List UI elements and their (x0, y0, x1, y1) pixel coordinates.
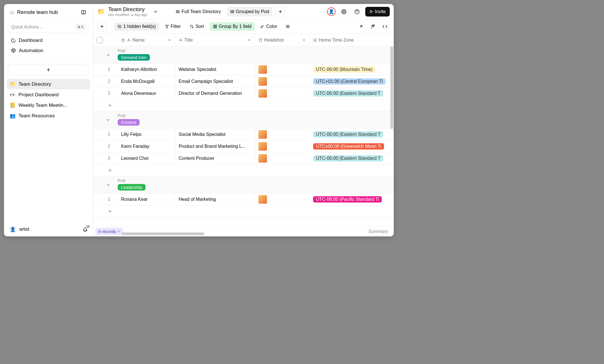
cell-headshot[interactable] (255, 64, 310, 75)
hidden-fields-button[interactable]: 1 hidden field(s) (114, 22, 159, 31)
invite-button[interactable]: Invite (365, 7, 390, 17)
group-header[interactable]: Pod Leadership (93, 176, 394, 193)
horizontal-scrollbar[interactable] (122, 232, 204, 235)
table-toolbar: 1 hidden field(s) Filter Sort Group By 1… (93, 19, 394, 34)
records-count[interactable]: 9 records (95, 228, 123, 235)
doc-project-dashboard[interactable]: 👀 Project Dashboard (7, 89, 90, 100)
cell-headshot[interactable] (255, 75, 310, 87)
cell-headshot[interactable] (255, 140, 310, 152)
cell-headshot[interactable] (255, 193, 310, 205)
select-all-cell[interactable] (93, 34, 118, 46)
cell-title[interactable]: Email Campaign Specialist (175, 75, 255, 87)
cell-name[interactable]: Enda McDougall (118, 75, 175, 87)
settings-button[interactable] (339, 7, 349, 17)
toggle-sidebar-button[interactable] (79, 7, 88, 17)
add-row-button[interactable] (93, 99, 394, 111)
workspace-title[interactable]: ☁️ Remote team hub (9, 9, 58, 15)
table-row[interactable]: 2 Enda McDougall Email Campaign Speciali… (93, 75, 394, 87)
add-column-button[interactable] (97, 22, 107, 31)
presence-avatar[interactable]: 👤 (327, 7, 336, 16)
list-options-button[interactable] (283, 22, 293, 31)
filter-button[interactable]: Filter (162, 22, 184, 31)
table-row[interactable]: 3 Leonard Choi Content Producer UTC-05:0… (93, 152, 394, 164)
cell-timezone[interactable]: UTC-05:00 (Eastern Standard T (310, 152, 394, 164)
view-grouped-by-pod[interactable]: Grouped by Pod (227, 7, 272, 16)
cell-title[interactable]: Content Producer (175, 152, 255, 164)
col-headshot[interactable]: Headshot (255, 34, 310, 46)
table-row[interactable]: 3 Alona Devereaux Director of Demand Gen… (93, 87, 394, 99)
color-label: Color (266, 24, 277, 29)
cell-title[interactable]: Head of Marketing (175, 193, 255, 205)
user-chip[interactable]: 👤 artist (9, 226, 29, 233)
cell-headshot[interactable] (255, 152, 310, 164)
table-row[interactable]: 2 Kami Faraday Product and Brand Marketi… (93, 140, 394, 152)
cell-timezone[interactable]: UTC+01:00 (Central European Ti (310, 75, 394, 87)
cell-name[interactable]: Lilly Felps (118, 128, 175, 140)
nav-automation[interactable]: Automation (8, 46, 89, 56)
cell-name[interactable]: Alona Devereaux (118, 87, 175, 99)
cell-timezone[interactable]: UTC-08:00 (Pacific Standard Ti (310, 193, 394, 205)
cell-name[interactable]: Katharyn Albritton (118, 64, 175, 75)
group-by-button[interactable]: Group By 1 field (210, 22, 255, 31)
svg-marker-37 (303, 40, 305, 41)
group-header[interactable]: Pod Demand Gen (93, 46, 394, 64)
doc-title-block[interactable]: Team Directory last modified: a day ago (108, 6, 147, 17)
doc-weekly-meeting[interactable]: 📒 Weekly Team Meetin... (7, 100, 90, 111)
vertical-scrollbar[interactable] (390, 46, 393, 129)
notifications-button[interactable]: 16 (83, 227, 88, 232)
checkbox-icon (97, 37, 103, 43)
cell-name[interactable]: Kami Faraday (118, 140, 175, 152)
cell-timezone[interactable]: UTC-05:00 (Eastern Standard T (310, 128, 394, 140)
group-field-label: Pod (118, 113, 140, 118)
records-label: 9 records (98, 229, 116, 234)
table-row[interactable]: 1 Katharyn Albritton Webinar Specialist … (93, 64, 394, 75)
doc-team-resources[interactable]: 👥 Team Resources (7, 111, 90, 121)
grid: Name Title Headshot Home Time Zone Pod (93, 34, 394, 236)
timezone-pill: UTC±00:00 (Greenwich Mean Ti (313, 143, 384, 150)
svg-point-30 (374, 25, 375, 25)
table-row[interactable]: 1 Roxana Kear Head of Marketing UTC-08:0… (93, 193, 394, 205)
cell-timezone[interactable]: UTC-05:00 (Eastern Standard T (310, 87, 394, 99)
summary-label: Summary (369, 229, 388, 234)
col-timezone[interactable]: Home Time Zone (310, 34, 394, 46)
sort-button[interactable]: Sort (186, 22, 207, 31)
add-view-button[interactable] (276, 7, 285, 17)
add-doc-button[interactable] (8, 65, 89, 75)
help-button[interactable] (352, 7, 362, 17)
ai-button[interactable] (368, 22, 378, 31)
nav-dashboard[interactable]: Dashboard (8, 35, 89, 46)
cell-name[interactable]: Roxana Kear (118, 193, 175, 205)
lock-icon (121, 38, 125, 42)
quick-actions-search[interactable]: Quick Actions... ⌘ K (8, 22, 89, 32)
cell-name[interactable]: Leonard Choi (118, 152, 175, 164)
cell-timezone[interactable]: UTC±00:00 (Greenwich Mean Ti (310, 140, 394, 152)
cell-title[interactable]: Webinar Specialist (175, 64, 255, 75)
doc-menu-button[interactable] (151, 7, 160, 17)
cell-title[interactable]: Director of Demand Generation (175, 87, 255, 99)
code-button[interactable] (380, 22, 390, 31)
add-row-button[interactable] (93, 205, 394, 217)
col-label: Home Time Zone (319, 38, 354, 43)
add-row-button[interactable] (93, 164, 394, 176)
cell-title[interactable]: Social Media Specialist (175, 128, 255, 140)
sparkle-icon (370, 24, 376, 29)
hidden-fields-label: 1 hidden field(s) (123, 24, 156, 29)
chevron-left-icon (117, 230, 120, 233)
doc-team-directory[interactable]: 📁 Team Directory (7, 79, 90, 89)
color-button[interactable]: Color (257, 22, 280, 31)
eye-off-icon (118, 24, 122, 28)
svg-rect-25 (215, 27, 217, 28)
cell-timezone[interactable]: UTC-06:00 (Mountain Time) (310, 64, 394, 75)
cell-headshot[interactable] (255, 87, 310, 99)
table-row[interactable]: 1 Lilly Felps Social Media Specialist UT… (93, 128, 394, 140)
headshot-thumbnail (258, 154, 267, 163)
cell-headshot[interactable] (255, 128, 310, 140)
expand-button[interactable] (356, 22, 366, 31)
group-header[interactable]: Pod Content (93, 111, 394, 128)
user-name: artist (19, 227, 29, 232)
col-title[interactable]: Title (175, 34, 255, 46)
view-full-team[interactable]: Full Team Directory (173, 7, 224, 16)
view-label: Grouped by Pod (236, 9, 269, 14)
cell-title[interactable]: Product and Brand Marketing L... (175, 140, 255, 152)
col-name[interactable]: Name (118, 34, 175, 46)
